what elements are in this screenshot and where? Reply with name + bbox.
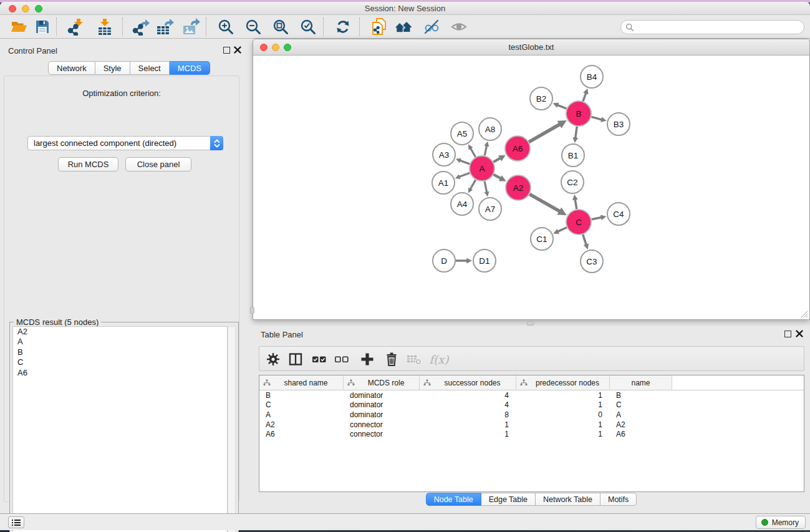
graph-edge-A-A4[interactable] [470, 180, 476, 189]
column-header-shared-name[interactable]: shared name [259, 375, 344, 390]
graph-node-A1[interactable]: A1 [432, 172, 455, 194]
graph-node-A8[interactable]: A8 [479, 118, 501, 140]
zoom-in-button[interactable] [215, 17, 237, 37]
zoom-out-button[interactable] [242, 17, 264, 37]
open-file-button[interactable] [7, 17, 30, 37]
graph-edge-A-A2[interactable] [494, 175, 501, 178]
export-image-button[interactable] [180, 17, 202, 37]
graph-edge-C-C1[interactable] [557, 228, 567, 232]
close-panel-icon[interactable] [234, 46, 241, 54]
graph-node-C4[interactable]: C4 [607, 203, 630, 225]
result-item[interactable]: C [13, 357, 227, 367]
graph-node-A[interactable]: A [470, 156, 494, 181]
graph-edge-B-B4[interactable] [583, 93, 586, 101]
graph-node-B[interactable]: B [566, 101, 591, 126]
column-header-successor-nodes[interactable]: successor nodes [420, 375, 516, 390]
function-builder-button[interactable]: f(x) [425, 349, 453, 369]
result-item[interactable]: A [13, 337, 227, 347]
graph-edge-A-A8[interactable] [485, 145, 486, 155]
criterion-select[interactable]: largest connected component (directed) [27, 136, 223, 150]
graph-node-A2[interactable]: A2 [506, 175, 531, 200]
refresh-button[interactable] [332, 17, 354, 37]
tab-select[interactable]: Select [130, 61, 170, 75]
horizontal-splitter-handle[interactable] [527, 321, 534, 326]
graph-edge-A2-C[interactable] [529, 194, 560, 211]
resize-grip[interactable] [800, 310, 808, 318]
close-network-window-button[interactable] [260, 44, 268, 51]
graph-edge-C-C2[interactable] [575, 199, 576, 209]
float-panel-button[interactable] [223, 47, 230, 54]
column-header-predecessor-nodes[interactable]: predecessor nodes [516, 375, 610, 390]
float-table-panel-button[interactable] [784, 331, 791, 337]
graph-node-C1[interactable]: C1 [531, 228, 553, 250]
graph-node-D1[interactable]: D1 [473, 249, 496, 272]
network-canvas[interactable]: B4B2BB3A8A5A6B1A3AC2A1A2A4A7C4CC1C3DD1 [253, 56, 809, 319]
zoom-fit-button[interactable] [269, 17, 292, 37]
node-table[interactable]: shared nameMCDS rolesuccessor nodesprede… [259, 375, 804, 492]
zoom-network-window-button[interactable] [284, 44, 291, 51]
run-mcds-button[interactable]: Run MCDS [58, 157, 118, 172]
vertical-splitter-handle[interactable] [250, 307, 254, 314]
table-row[interactable]: Cdominator41C [259, 400, 804, 410]
unselect-all-button[interactable] [332, 349, 352, 369]
search-input[interactable] [637, 22, 804, 33]
tab-network-table[interactable]: Network Table [536, 493, 600, 506]
graph-edge-A-A1[interactable] [459, 173, 470, 177]
graph-node-A6[interactable]: A6 [505, 136, 530, 161]
show-graphics-details-button[interactable] [448, 17, 470, 37]
graph-node-A4[interactable]: A4 [451, 193, 473, 215]
table-row[interactable]: A2connector11A2 [259, 420, 804, 430]
graph-node-D[interactable]: D [433, 249, 455, 272]
graph-node-C3[interactable]: C3 [581, 250, 603, 273]
graph-edge-B-B3[interactable] [591, 117, 602, 119]
graph-node-B3[interactable]: B3 [607, 113, 630, 135]
tab-motifs[interactable]: Motifs [600, 493, 637, 506]
result-item[interactable]: B [13, 347, 227, 357]
import-table-button[interactable] [94, 17, 116, 37]
tab-mcds[interactable]: MCDS [170, 61, 210, 75]
column-header-name[interactable]: name [610, 375, 672, 390]
graph-node-C[interactable]: C [566, 210, 591, 235]
minimize-network-window-button[interactable] [272, 44, 279, 51]
graph-edge-C-C4[interactable] [592, 218, 602, 220]
graph-edge-A-A7[interactable] [485, 181, 487, 193]
memory-button[interactable]: Memory [756, 516, 806, 529]
graph-node-C2[interactable]: C2 [561, 171, 584, 193]
tab-network[interactable]: Network [48, 61, 95, 75]
tab-style[interactable]: Style [95, 61, 130, 75]
graph-edge-A-A6[interactable] [493, 158, 500, 162]
graph-node-B1[interactable]: B1 [562, 144, 584, 167]
show-column-button[interactable] [286, 349, 306, 369]
save-session-button[interactable] [31, 17, 54, 37]
import-network-button[interactable] [65, 17, 87, 37]
delete-columns-button[interactable] [382, 349, 402, 369]
table-options-button[interactable] [263, 349, 283, 369]
close-window-button[interactable] [9, 5, 16, 12]
graph-edge-B-B2[interactable] [557, 105, 567, 109]
result-scrollbar[interactable] [228, 326, 236, 532]
tab-node-table[interactable]: Node Table [426, 493, 481, 506]
graph-edge-B-B1[interactable] [576, 127, 577, 138]
network-file-button[interactable] [368, 17, 390, 37]
column-header-MCDS-role[interactable]: MCDS role [344, 375, 420, 390]
task-history-button[interactable] [8, 516, 24, 528]
result-item[interactable]: A6 [13, 368, 227, 378]
graph-edge-A-A3[interactable] [460, 160, 470, 164]
graph-edge-A6-B[interactable] [529, 124, 560, 142]
minimize-window-button[interactable] [22, 5, 29, 12]
export-network-button[interactable] [130, 17, 152, 37]
graph-node-A5[interactable]: A5 [451, 122, 473, 145]
hide-graphics-details-button[interactable] [420, 17, 443, 37]
result-item[interactable]: A2 [13, 327, 227, 337]
table-row[interactable]: Adominator80A [259, 410, 804, 420]
zoom-window-button[interactable] [35, 5, 42, 12]
table-row[interactable]: A6connector11A6 [259, 429, 804, 439]
graph-edge-C-C3[interactable] [583, 235, 587, 245]
table-row[interactable]: Bdominator41B [259, 390, 804, 400]
home-button[interactable] [393, 17, 415, 37]
graph-node-B2[interactable]: B2 [530, 87, 552, 110]
delete-table-button[interactable] [404, 349, 424, 369]
select-all-button[interactable] [309, 349, 329, 369]
mcds-result-list[interactable]: A2ABCA6 [12, 326, 228, 532]
close-table-panel-icon[interactable] [796, 330, 803, 337]
